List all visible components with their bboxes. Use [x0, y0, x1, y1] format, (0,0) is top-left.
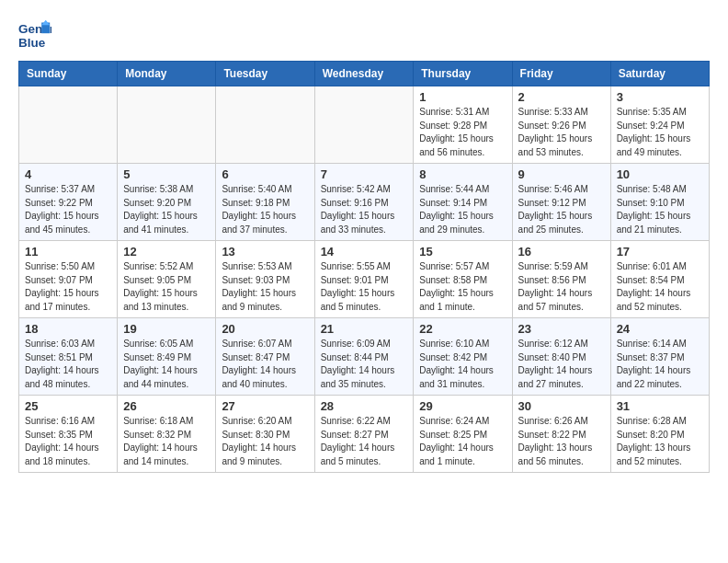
day-number: 15: [419, 245, 506, 259]
day-number: 9: [518, 167, 605, 181]
week-row-2: 4Sunrise: 5:37 AM Sunset: 9:22 PM Daylig…: [19, 164, 710, 241]
weekday-header-row: SundayMondayTuesdayWednesdayThursdayFrid…: [19, 62, 710, 86]
logo: General Blue: [18, 18, 57, 52]
weekday-header-monday: Monday: [118, 62, 216, 86]
day-info: Sunrise: 5:33 AM Sunset: 9:26 PM Dayligh…: [518, 106, 605, 159]
day-info: Sunrise: 6:14 AM Sunset: 8:37 PM Dayligh…: [617, 338, 703, 391]
day-number: 8: [419, 167, 506, 181]
day-info: Sunrise: 5:59 AM Sunset: 8:56 PM Dayligh…: [518, 260, 605, 314]
weekday-header-saturday: Saturday: [610, 62, 709, 86]
week-row-1: 1Sunrise: 5:31 AM Sunset: 9:28 PM Daylig…: [19, 86, 710, 164]
day-info: Sunrise: 5:40 AM Sunset: 9:18 PM Dayligh…: [222, 183, 308, 236]
day-info: Sunrise: 6:26 AM Sunset: 8:22 PM Dayligh…: [518, 415, 605, 468]
calendar-cell: 26Sunrise: 6:18 AM Sunset: 8:32 PM Dayli…: [118, 396, 216, 473]
day-info: Sunrise: 5:38 AM Sunset: 9:20 PM Dayligh…: [123, 183, 210, 236]
day-info: Sunrise: 5:37 AM Sunset: 9:22 PM Dayligh…: [25, 183, 111, 236]
calendar-cell: 10Sunrise: 5:48 AM Sunset: 9:10 PM Dayli…: [610, 164, 709, 241]
calendar-cell: 17Sunrise: 6:01 AM Sunset: 8:54 PM Dayli…: [610, 241, 709, 318]
week-row-4: 18Sunrise: 6:03 AM Sunset: 8:51 PM Dayli…: [19, 318, 710, 396]
logo-icon: General Blue: [18, 18, 51, 52]
day-info: Sunrise: 6:12 AM Sunset: 8:40 PM Dayligh…: [518, 338, 605, 391]
day-info: Sunrise: 5:31 AM Sunset: 9:28 PM Dayligh…: [419, 106, 506, 159]
weekday-header-friday: Friday: [512, 62, 610, 86]
weekday-header-tuesday: Tuesday: [216, 62, 314, 86]
week-row-3: 11Sunrise: 5:50 AM Sunset: 9:07 PM Dayli…: [19, 241, 710, 318]
calendar-cell: 11Sunrise: 5:50 AM Sunset: 9:07 PM Dayli…: [19, 241, 118, 318]
day-info: Sunrise: 5:50 AM Sunset: 9:07 PM Dayligh…: [25, 260, 111, 314]
calendar-cell: 25Sunrise: 6:16 AM Sunset: 8:35 PM Dayli…: [19, 396, 118, 473]
day-number: 19: [123, 322, 210, 336]
calendar-cell: 31Sunrise: 6:28 AM Sunset: 8:20 PM Dayli…: [610, 396, 709, 473]
day-info: Sunrise: 6:20 AM Sunset: 8:30 PM Dayligh…: [222, 415, 308, 468]
day-info: Sunrise: 6:18 AM Sunset: 8:32 PM Dayligh…: [123, 415, 210, 468]
calendar-cell: [118, 86, 216, 164]
calendar-cell: 19Sunrise: 6:05 AM Sunset: 8:49 PM Dayli…: [118, 318, 216, 396]
calendar-cell: 23Sunrise: 6:12 AM Sunset: 8:40 PM Dayli…: [512, 318, 610, 396]
day-info: Sunrise: 5:57 AM Sunset: 8:58 PM Dayligh…: [419, 260, 506, 314]
calendar-cell: 22Sunrise: 6:10 AM Sunset: 8:42 PM Dayli…: [414, 318, 512, 396]
day-number: 4: [25, 167, 111, 181]
calendar-cell: 13Sunrise: 5:53 AM Sunset: 9:03 PM Dayli…: [216, 241, 314, 318]
day-info: Sunrise: 5:48 AM Sunset: 9:10 PM Dayligh…: [617, 183, 703, 236]
day-number: 14: [321, 245, 408, 259]
day-info: Sunrise: 6:01 AM Sunset: 8:54 PM Dayligh…: [617, 260, 703, 314]
day-info: Sunrise: 6:16 AM Sunset: 8:35 PM Dayligh…: [25, 415, 111, 468]
calendar-cell: 3Sunrise: 5:35 AM Sunset: 9:24 PM Daylig…: [610, 86, 709, 164]
svg-text:Blue: Blue: [18, 36, 46, 50]
calendar-cell: 24Sunrise: 6:14 AM Sunset: 8:37 PM Dayli…: [610, 318, 709, 396]
day-info: Sunrise: 6:07 AM Sunset: 8:47 PM Dayligh…: [222, 338, 308, 391]
day-info: Sunrise: 5:35 AM Sunset: 9:24 PM Dayligh…: [617, 106, 703, 159]
calendar-cell: 15Sunrise: 5:57 AM Sunset: 8:58 PM Dayli…: [414, 241, 512, 318]
day-info: Sunrise: 5:44 AM Sunset: 9:14 PM Dayligh…: [419, 183, 506, 236]
day-number: 10: [617, 167, 703, 181]
day-info: Sunrise: 6:24 AM Sunset: 8:25 PM Dayligh…: [419, 415, 506, 468]
day-number: 1: [419, 90, 506, 104]
day-number: 12: [123, 245, 210, 259]
day-info: Sunrise: 5:55 AM Sunset: 9:01 PM Dayligh…: [321, 260, 408, 314]
calendar-cell: 5Sunrise: 5:38 AM Sunset: 9:20 PM Daylig…: [118, 164, 216, 241]
day-info: Sunrise: 6:05 AM Sunset: 8:49 PM Dayligh…: [123, 338, 210, 391]
calendar: SundayMondayTuesdayWednesdayThursdayFrid…: [18, 61, 710, 473]
day-number: 11: [25, 245, 111, 259]
day-number: 24: [617, 322, 703, 336]
calendar-cell: 9Sunrise: 5:46 AM Sunset: 9:12 PM Daylig…: [512, 164, 610, 241]
day-number: 31: [617, 399, 703, 413]
calendar-cell: 6Sunrise: 5:40 AM Sunset: 9:18 PM Daylig…: [216, 164, 314, 241]
calendar-cell: [19, 86, 118, 164]
day-number: 25: [25, 399, 111, 413]
day-info: Sunrise: 5:46 AM Sunset: 9:12 PM Dayligh…: [518, 183, 605, 236]
week-row-5: 25Sunrise: 6:16 AM Sunset: 8:35 PM Dayli…: [19, 396, 710, 473]
calendar-cell: 27Sunrise: 6:20 AM Sunset: 8:30 PM Dayli…: [216, 396, 314, 473]
day-number: 21: [321, 322, 408, 336]
calendar-cell: 2Sunrise: 5:33 AM Sunset: 9:26 PM Daylig…: [512, 86, 610, 164]
weekday-header-wednesday: Wednesday: [314, 62, 414, 86]
day-number: 13: [222, 245, 308, 259]
day-number: 2: [518, 90, 605, 104]
day-number: 30: [518, 399, 605, 413]
day-info: Sunrise: 6:22 AM Sunset: 8:27 PM Dayligh…: [321, 415, 408, 468]
day-number: 16: [518, 245, 605, 259]
day-number: 22: [419, 322, 506, 336]
day-number: 20: [222, 322, 308, 336]
calendar-cell: 8Sunrise: 5:44 AM Sunset: 9:14 PM Daylig…: [414, 164, 512, 241]
page-header: General Blue: [18, 18, 710, 52]
day-number: 3: [617, 90, 703, 104]
calendar-body: 1Sunrise: 5:31 AM Sunset: 9:28 PM Daylig…: [19, 86, 710, 473]
day-number: 5: [123, 167, 210, 181]
day-number: 7: [321, 167, 408, 181]
calendar-cell: 4Sunrise: 5:37 AM Sunset: 9:22 PM Daylig…: [19, 164, 118, 241]
calendar-cell: [314, 86, 414, 164]
calendar-cell: 1Sunrise: 5:31 AM Sunset: 9:28 PM Daylig…: [414, 86, 512, 164]
day-number: 18: [25, 322, 111, 336]
day-info: Sunrise: 6:09 AM Sunset: 8:44 PM Dayligh…: [321, 338, 408, 391]
calendar-cell: 14Sunrise: 5:55 AM Sunset: 9:01 PM Dayli…: [314, 241, 414, 318]
day-number: 26: [123, 399, 210, 413]
day-info: Sunrise: 5:52 AM Sunset: 9:05 PM Dayligh…: [123, 260, 210, 314]
day-number: 27: [222, 399, 308, 413]
calendar-cell: 21Sunrise: 6:09 AM Sunset: 8:44 PM Dayli…: [314, 318, 414, 396]
weekday-header-sunday: Sunday: [19, 62, 118, 86]
day-info: Sunrise: 6:10 AM Sunset: 8:42 PM Dayligh…: [419, 338, 506, 391]
weekday-header-thursday: Thursday: [414, 62, 512, 86]
calendar-cell: [216, 86, 314, 164]
day-info: Sunrise: 6:28 AM Sunset: 8:20 PM Dayligh…: [617, 415, 703, 468]
